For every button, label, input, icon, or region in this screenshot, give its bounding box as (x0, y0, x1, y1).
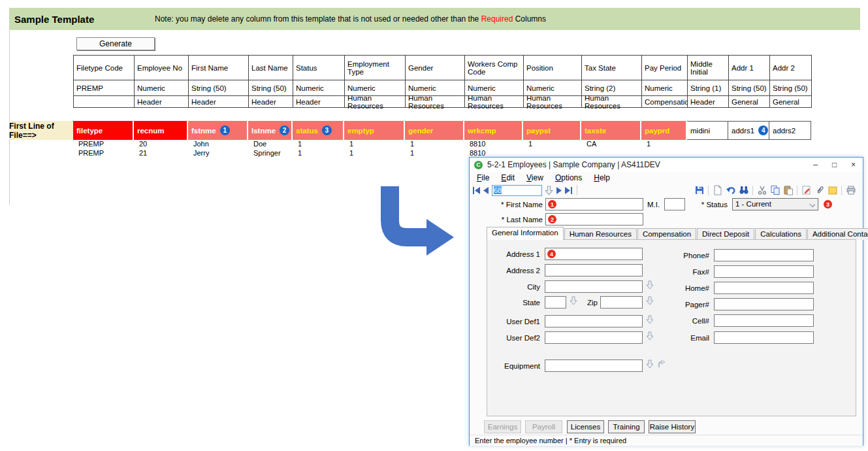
tab-calculations[interactable]: Calculations (755, 228, 807, 240)
window-titlebar[interactable]: C 5-2-1 Employees | Sample Company | AS4… (470, 158, 863, 172)
maximize-button[interactable]: □ (825, 158, 844, 172)
field-code-filetype: filetype (73, 121, 134, 140)
column-type-cell: Numeric (135, 80, 189, 96)
copy-icon[interactable] (769, 185, 780, 196)
tab-human-resources[interactable]: Human Resources (564, 228, 637, 240)
field-code-status: status3 (293, 121, 344, 140)
first-record-icon[interactable] (472, 187, 481, 194)
column-name-cell: Status (293, 56, 345, 80)
middle-initial-field[interactable] (664, 198, 685, 210)
pager-field[interactable] (714, 298, 814, 310)
address2-field[interactable] (545, 264, 643, 276)
raise-history-button[interactable]: Raise History (649, 420, 696, 433)
cut-icon[interactable] (756, 185, 767, 196)
new-icon[interactable] (712, 185, 723, 196)
column-name-cell: Addr 1 (729, 56, 770, 80)
paste-icon[interactable] (782, 185, 794, 196)
training-button[interactable]: Training (608, 420, 645, 433)
menu-bar: File Edit View Options Help (471, 172, 616, 184)
equipment-lookup-icon[interactable] (646, 359, 654, 369)
tab-compensation[interactable]: Compensation (637, 228, 696, 240)
column-name-cell: Middle Initial (688, 56, 729, 80)
find-icon[interactable] (738, 185, 749, 196)
last-name-field[interactable]: 2 (545, 213, 643, 226)
userdef2-field[interactable] (545, 331, 643, 344)
first-name-field[interactable]: 1 (545, 198, 643, 210)
column-group-cell (74, 96, 135, 108)
annotation-badge-3: 3 (322, 125, 332, 135)
data-cell: 1 (523, 140, 581, 149)
field-code-text: emptyp (347, 127, 374, 135)
close-button[interactable]: × (844, 158, 863, 172)
column-name-cell: Gender (406, 56, 465, 80)
data-cell: Jerry (188, 149, 248, 158)
menu-help[interactable]: Help (588, 173, 616, 182)
licenses-button[interactable]: Licenses (567, 420, 604, 433)
attachment-icon[interactable] (814, 185, 825, 196)
column-type-cell: String (50) (249, 80, 293, 96)
notes-icon[interactable] (827, 185, 838, 196)
field-code-text: gender (408, 127, 433, 135)
status-dropdown[interactable]: 1 - Current (732, 198, 818, 210)
data-cell: PREMP (73, 149, 134, 158)
first-name-label: * First Name (470, 201, 543, 209)
minimize-button[interactable]: – (806, 158, 825, 172)
data-cell: 1 (405, 149, 464, 158)
sample-data-row: PREMP20JohnDoe11188101CA1 (73, 140, 811, 149)
template-header-bar: Sample Template Note: you may delete any… (9, 8, 860, 30)
column-name-cell: Pay Period (642, 56, 688, 80)
data-cell: 8810 (464, 140, 523, 149)
menu-file[interactable]: File (471, 173, 495, 182)
last-record-icon[interactable] (564, 187, 573, 194)
menu-view[interactable]: View (521, 173, 549, 182)
chevron-down-icon (809, 201, 815, 207)
data-cell: 1 (405, 140, 464, 149)
fax-field[interactable] (714, 265, 814, 278)
data-cell: John (188, 140, 248, 149)
state-field[interactable] (545, 296, 566, 309)
note-required-word: Required (481, 14, 513, 24)
field-code-text: filetype (76, 127, 103, 135)
data-cell: CA (581, 140, 641, 149)
tab-direct-deposit[interactable]: Direct Deposit (697, 228, 754, 240)
field-code-text: taxste (585, 127, 606, 135)
column-group-cell: Human Resources (582, 96, 642, 108)
column-group-cell: Header (688, 96, 729, 108)
lookup-down-icon[interactable] (545, 186, 553, 195)
equipment-field[interactable] (545, 359, 643, 372)
field-code-emptyp: emptyp (344, 121, 405, 140)
field-code-taxste: taxste (581, 121, 641, 140)
field-code-lstnme: lstnme2 (248, 121, 293, 140)
address1-field[interactable]: 4 (545, 248, 643, 260)
sheet-left-edge (9, 30, 10, 205)
save-icon[interactable] (694, 185, 705, 196)
cell-field[interactable] (714, 314, 814, 327)
column-group-cell: Human Resources (524, 96, 582, 108)
annotation-badge-3: 3 (824, 200, 832, 209)
record-number-input[interactable]: 68 (492, 185, 542, 196)
generate-button[interactable]: Generate (76, 37, 155, 50)
tab-general-information[interactable]: General Information (487, 227, 564, 240)
phone-label: Phone# (652, 252, 709, 259)
menu-options[interactable]: Options (549, 173, 588, 182)
print-icon[interactable] (845, 185, 856, 196)
next-record-icon[interactable] (556, 187, 562, 194)
home-field[interactable] (714, 282, 814, 294)
equipment-detail-icon[interactable] (658, 360, 666, 368)
data-cell: PREMP (73, 140, 134, 149)
data-cell: 1 (344, 140, 405, 149)
edit-icon[interactable] (801, 185, 812, 196)
zip-field[interactable] (600, 296, 643, 309)
tab-additional-contacts[interactable]: Additional Contacts (807, 228, 868, 240)
column-type-cell: String (50) (189, 80, 249, 96)
state-lookup-icon[interactable] (570, 296, 577, 305)
employees-window: C 5-2-1 Employees | Sample Company | AS4… (469, 157, 863, 446)
city-field[interactable] (545, 280, 643, 293)
email-field[interactable] (714, 331, 814, 344)
menu-edit[interactable]: Edit (495, 173, 521, 182)
undo-icon[interactable] (725, 185, 736, 196)
phone-field[interactable] (714, 249, 814, 261)
field-code-text: addrs2 (773, 127, 796, 135)
userdef1-field[interactable] (545, 315, 643, 327)
previous-record-icon[interactable] (483, 187, 489, 194)
